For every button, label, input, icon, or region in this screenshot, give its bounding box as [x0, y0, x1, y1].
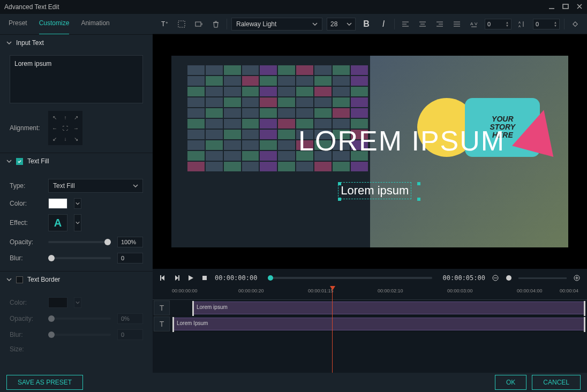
selection-handle[interactable] [417, 182, 420, 185]
preview-canvas[interactable]: YOUR STORY HERE LOREM IPSUM Lorem ipsum [171, 56, 568, 247]
clip-label: Lorem Ipsum [177, 320, 208, 326]
text-input[interactable] [10, 55, 143, 103]
section-header-text-border[interactable]: Text Border [0, 272, 153, 288]
timeline-track-2[interactable]: T Lorem Ipsum [153, 316, 587, 332]
letter-spacing-input[interactable]: 0▲▼ [485, 19, 511, 29]
timeline-track-1[interactable]: T Lorem ipsum [153, 300, 587, 316]
text-fill-checkbox[interactable] [16, 158, 23, 165]
italic-button[interactable]: I [377, 18, 390, 31]
blur-value[interactable]: 0 [117, 253, 143, 263]
save-preset-button[interactable]: SAVE AS PRESET [6, 375, 83, 390]
svg-text:V: V [475, 21, 478, 26]
opacity-value[interactable]: 100% [117, 237, 143, 247]
align-br-icon[interactable]: ↘ [72, 134, 80, 143]
align-bl-icon[interactable]: ↙ [50, 134, 59, 143]
section-header-text-fill[interactable]: Text Fill [0, 153, 153, 169]
mini-marker[interactable] [268, 275, 273, 281]
zoom-out-icon[interactable] [492, 274, 499, 282]
play-icon[interactable] [187, 274, 194, 282]
border-color-dropdown [74, 297, 81, 308]
zoom-in-icon[interactable] [573, 274, 581, 282]
tab-customize[interactable]: Customize [39, 19, 70, 34]
ruler-label: 00:00:04:00 [517, 288, 543, 293]
cancel-button[interactable]: CANCEL [532, 375, 581, 390]
add-text-icon[interactable]: T+ [158, 18, 171, 31]
align-tl-icon[interactable]: ↖ [50, 113, 59, 122]
align-ml-icon[interactable]: ← [50, 124, 59, 132]
effect-dropdown[interactable] [74, 214, 81, 231]
svg-rect-1 [563, 4, 568, 9]
section-input-text: Input Text Alignment: ↖↑↗ ←⛶→ ↙↓↘ [0, 34, 153, 153]
chevron-down-icon [133, 183, 138, 189]
line-height-input[interactable]: 0▲▼ [533, 19, 560, 29]
bold-button[interactable]: B [360, 18, 373, 31]
border-blur-label: Blur: [10, 331, 42, 338]
align-right-icon[interactable] [433, 18, 446, 31]
align-mc-icon[interactable]: ⛶ [61, 124, 70, 132]
letter-spacing-icon: AV [468, 18, 480, 31]
close-icon[interactable] [576, 2, 583, 12]
playhead[interactable] [332, 287, 333, 373]
svg-rect-6 [178, 21, 185, 27]
spin-down-icon[interactable]: ▼ [554, 24, 557, 27]
align-mr-icon[interactable]: → [72, 124, 80, 132]
font-value: Raleway Light [236, 20, 276, 28]
step-back-icon[interactable] [159, 274, 167, 282]
minimize-icon[interactable] [548, 2, 555, 12]
section-header-input-text[interactable]: Input Text [0, 35, 153, 51]
preview-title-text[interactable]: LOREM IPSUM [298, 125, 505, 157]
ok-button[interactable]: OK [495, 375, 526, 390]
color-swatch[interactable] [48, 198, 67, 209]
clip-2[interactable]: Lorem Ipsum [173, 318, 585, 330]
selection-handle[interactable] [338, 182, 341, 185]
window-buttons [548, 2, 583, 12]
type-select[interactable]: Text Fill [48, 179, 143, 193]
letter-spacing-value: 0 [487, 21, 491, 27]
effect-label: Effect: [10, 219, 42, 227]
font-select[interactable]: Raleway Light [231, 18, 322, 31]
clip-1[interactable]: Lorem ipsum [193, 301, 585, 314]
chevron-down-icon [76, 221, 80, 225]
trash-icon[interactable] [209, 18, 222, 31]
align-center-icon[interactable] [416, 18, 429, 31]
selection-handle[interactable] [417, 198, 420, 201]
ruler-label: 00:00:03:00 [447, 288, 473, 293]
preview-editing-text[interactable]: Lorem ipsum [338, 182, 411, 199]
align-justify-icon[interactable] [450, 18, 463, 31]
mini-timeline[interactable] [268, 277, 432, 279]
chevron-down-icon [76, 201, 80, 206]
text-border-checkbox[interactable] [16, 276, 23, 283]
text-select-icon[interactable] [175, 18, 188, 31]
timeline-ruler[interactable]: 00:00:00:00 00:00:00:20 00:00:01:15 00:0… [153, 287, 587, 300]
align-left-icon[interactable] [399, 18, 412, 31]
timecode-duration: 00:00:05:00 [443, 274, 485, 282]
zoom-slider[interactable] [518, 277, 567, 279]
spin-down-icon[interactable]: ▼ [506, 24, 509, 27]
tab-preset[interactable]: Preset [9, 19, 27, 34]
align-tc-icon[interactable]: ↑ [61, 113, 70, 122]
align-tr-icon[interactable]: ↗ [72, 113, 80, 122]
alignment-grid[interactable]: ↖↑↗ ←⛶→ ↙↓↘ [48, 111, 82, 145]
zoom-slider-thumb[interactable] [506, 275, 512, 281]
size-select[interactable]: 28 [327, 18, 356, 31]
diamond-icon[interactable] [569, 18, 582, 31]
effect-preview[interactable]: A [48, 214, 67, 231]
opacity-slider[interactable] [48, 241, 111, 243]
selection-handle[interactable] [338, 198, 341, 201]
input-text-label: Input Text [16, 39, 44, 47]
border-size-label: Size: [10, 345, 42, 353]
text-edit-icon[interactable] [192, 18, 205, 31]
maximize-icon[interactable] [562, 2, 569, 12]
chevron-down-icon [6, 40, 12, 46]
step-forward-icon[interactable] [173, 274, 180, 282]
section-text-border: Text Border Color: Opacity: 0% Blur: 0 [0, 271, 153, 360]
opacity-label: Opacity: [10, 238, 42, 246]
preview-panel: YOUR STORY HERE LOREM IPSUM Lorem ipsum [153, 34, 587, 269]
align-bc-icon[interactable]: ↓ [61, 134, 70, 143]
stop-icon[interactable] [201, 274, 208, 282]
color-dropdown[interactable] [74, 198, 81, 209]
svg-marker-32 [189, 275, 193, 281]
tab-animation[interactable]: Animation [81, 19, 109, 34]
blur-slider[interactable] [48, 257, 111, 259]
chevron-down-icon [6, 159, 12, 164]
